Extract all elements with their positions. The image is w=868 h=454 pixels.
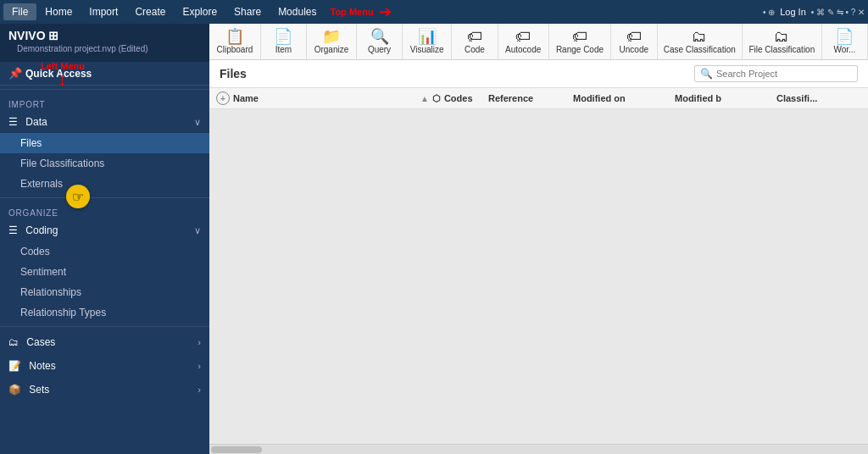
case-classification-btn[interactable]: 🗂 Case Classification <box>660 27 739 56</box>
project-name: Demonstration project.nvp (Edited) <box>8 42 201 57</box>
col-modified-b-header: Modified b <box>675 93 776 103</box>
notes-label: Notes <box>29 360 55 372</box>
logo-icon: NVIVO ⊞ <box>8 29 58 42</box>
autocode-btn[interactable]: 🏷 Autocode <box>502 27 544 56</box>
data-group-header[interactable]: ☰ Data ∨ <box>0 111 209 133</box>
col-classify-label: Classifi... <box>776 93 817 103</box>
table-header: + Name ▲ ⬡ Codes Reference Modified on M… <box>209 88 868 109</box>
query-btn[interactable]: 🔍 Query <box>361 27 398 56</box>
col-codes-header: ▲ ⬡ Codes <box>420 93 488 104</box>
wor-label: Wor... <box>833 45 855 54</box>
section-label-organize: ORGANIZE <box>0 202 209 219</box>
case-classification-icon: 🗂 <box>692 29 707 44</box>
col-modified-on-label: Modified on <box>573 93 626 103</box>
sets-label: Sets <box>29 384 49 396</box>
coding-group-chevron: ∨ <box>194 225 201 236</box>
sets-icon: 📦 <box>8 384 21 396</box>
horizontal-scrollbar[interactable] <box>209 444 868 454</box>
code-btn[interactable]: 🏷 Code <box>456 27 493 56</box>
ribbon-group-query: 🔍 Query <box>357 24 403 59</box>
notes-icon: 📝 <box>8 360 21 372</box>
range-code-label: Range Code <box>556 45 604 54</box>
wor-icon: 📄 <box>835 29 854 44</box>
uncode-btn[interactable]: 🏷 Uncode <box>615 27 653 56</box>
item-icon: 📄 <box>274 29 292 44</box>
ribbon-group-code: 🏷 Code <box>452 24 498 59</box>
col-modified-b-label: Modified b <box>675 93 721 103</box>
notes-chevron: › <box>198 361 201 371</box>
visualize-label: Visualize <box>410 45 444 54</box>
ribbon-group-case-classification: 🗂 Case Classification <box>658 24 743 59</box>
ribbon-group-clipboard: 📋 Clipboard <box>209 24 261 59</box>
menu-item-share[interactable]: Share <box>225 3 270 20</box>
range-code-btn[interactable]: 🏷 Range Code <box>553 27 607 56</box>
menu-item-create[interactable]: Create <box>126 3 174 20</box>
file-classification-label: File Classification <box>748 45 815 54</box>
sidebar-item-externals[interactable]: Externals <box>0 174 209 194</box>
quick-access-label: Quick Access <box>25 68 92 80</box>
data-group-label: Data <box>25 116 47 128</box>
sidebar-item-notes[interactable]: 📝 Notes › <box>0 354 209 378</box>
col-modified-on-header: Modified on <box>573 93 675 103</box>
add-row-btn[interactable]: + <box>216 91 230 105</box>
case-classification-label: Case Classification <box>664 45 736 54</box>
sidebar-item-codes[interactable]: Codes <box>0 241 209 262</box>
sidebar-item-files[interactable]: Files <box>0 133 209 153</box>
col-name-header: + Name <box>216 91 420 105</box>
query-icon: 🔍 <box>370 29 389 44</box>
coding-group-header[interactable]: ☰ Coding ∨ <box>0 219 209 241</box>
code-label: Code <box>465 45 485 54</box>
pin-icon: 📌 <box>8 67 22 80</box>
cases-chevron: › <box>198 337 201 347</box>
menu-bar-right: • ⊕ Log In • ⌘ ✎ ⇋ • ? ✕ <box>763 7 865 17</box>
arrow-right-icon: ➔ <box>379 3 392 21</box>
scrollbar-thumb[interactable] <box>211 446 262 453</box>
item-btn[interactable]: 📄 Item <box>264 27 302 56</box>
link-icon: ⬡ <box>432 93 441 104</box>
menu-item-file[interactable]: File <box>3 3 36 20</box>
sidebar-item-relationships[interactable]: Relationships <box>0 282 209 302</box>
uncode-label: Uncode <box>620 45 648 54</box>
app-logo: NVIVO ⊞ <box>8 29 201 42</box>
search-input[interactable] <box>716 69 852 79</box>
menu-item-home[interactable]: Home <box>36 3 81 20</box>
divider-import <box>0 89 209 90</box>
ribbon-group-range-code: 🏷 Range Code <box>549 24 611 59</box>
file-classification-btn[interactable]: 🗂 File Classification <box>745 27 818 56</box>
sidebar-item-sets[interactable]: 📦 Sets › <box>0 378 209 401</box>
quick-access-btn[interactable]: 📌 Quick Access <box>0 62 209 86</box>
sidebar-item-cases[interactable]: 🗂 Cases › <box>0 330 209 354</box>
clipboard-label: Clipboard <box>216 45 253 54</box>
visualize-btn[interactable]: 📊 Visualize <box>407 27 448 56</box>
menu-item-modules[interactable]: Modules <box>270 3 325 20</box>
cases-label: Cases <box>26 336 55 348</box>
search-box[interactable]: 🔍 <box>694 65 858 82</box>
data-group-chevron: ∨ <box>194 117 201 128</box>
visualize-icon: 📊 <box>418 29 437 44</box>
autocode-icon: 🏷 <box>515 29 531 44</box>
col-reference-label: Reference <box>488 93 533 103</box>
top-menu-annotation: Top Menu <box>330 7 373 17</box>
cases-icon: 🗂 <box>8 336 19 348</box>
log-in-btn[interactable]: Log In <box>780 7 806 17</box>
content-area: 📋 Clipboard 📄 Item 📁 Organize <box>209 24 868 454</box>
data-group: ☰ Data ∨ Files File Classifications Exte… <box>0 111 209 194</box>
sidebar-item-sentiment[interactable]: Sentiment <box>0 262 209 282</box>
search-icon: 🔍 <box>700 68 713 80</box>
clipboard-btn[interactable]: 📋 Clipboard <box>213 27 256 56</box>
query-label: Query <box>368 45 391 54</box>
ribbon-group-autocode: 🏷 Autocode <box>498 24 549 59</box>
sidebar-item-relationship-types[interactable]: Relationship Types <box>0 302 209 323</box>
ribbon-group-uncode: 🏷 Uncode <box>611 24 657 59</box>
divider-organize <box>0 197 209 198</box>
autocode-label: Autocode <box>505 45 541 54</box>
sidebar-item-file-classifications[interactable]: File Classifications <box>0 153 209 174</box>
sidebar: NVIVO ⊞ Demonstration project.nvp (Edite… <box>0 24 209 454</box>
section-label-import: IMPORT <box>0 93 209 111</box>
menu-item-explore[interactable]: Explore <box>174 3 225 20</box>
table-body <box>209 109 868 444</box>
menu-item-import[interactable]: Import <box>81 3 126 20</box>
organize-btn[interactable]: 📁 Organize <box>311 27 353 56</box>
coding-group-label: Coding <box>25 224 58 236</box>
wor-btn[interactable]: 📄 Wor... <box>826 27 863 56</box>
